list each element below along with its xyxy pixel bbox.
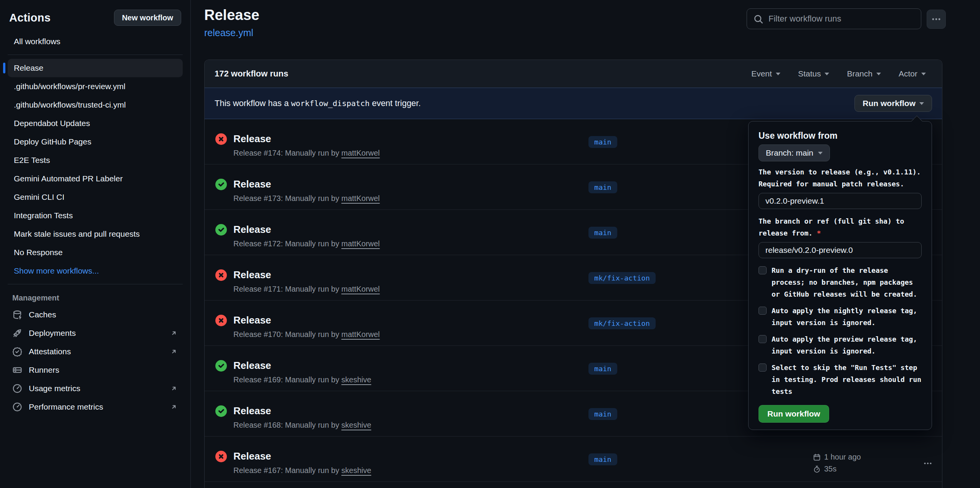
sidebar-item-performance-metrics[interactable]: Performance metrics [8, 398, 183, 416]
sidebar-item-mark-stale[interactable]: Mark stale issues and pull requests [8, 225, 183, 243]
run-title-link[interactable]: Release [233, 450, 271, 462]
nightly-tag-option: Auto apply the nightly release tag, inpu… [759, 305, 922, 329]
branch-badge[interactable]: main [588, 227, 617, 239]
actions-page: Actions New workflow All workflows Relea… [0, 0, 980, 488]
sidebar-item-label: Usage metrics [29, 384, 80, 393]
ref-help-text: The branch or ref (full git sha) to rele… [759, 215, 922, 239]
run-options-kebab-button[interactable] [921, 456, 935, 470]
banner-text: This workflow has a [215, 98, 289, 108]
filter-status[interactable]: Status [798, 69, 830, 78]
sidebar-header: Actions New workflow [9, 9, 181, 26]
sidebar-item-caches[interactable]: Caches [8, 305, 183, 324]
sidebar-item-release[interactable]: Release [8, 59, 183, 77]
chevron-down-icon [776, 73, 780, 75]
actor-link[interactable]: mattKorwel [341, 285, 380, 293]
runs-count: 172 workflow runs [215, 69, 288, 79]
run-duration: 35s [824, 465, 836, 473]
dry-run-checkbox[interactable] [759, 266, 767, 274]
actor-link[interactable]: skeshive [341, 375, 371, 384]
checkbox-label: Auto apply the preview release tag, inpu… [772, 333, 922, 357]
sidebar-item-trusted-ci[interactable]: .github/workflows/trusted-ci.yml [8, 96, 183, 114]
actor-link[interactable]: mattKorwel [341, 194, 380, 203]
sidebar-item-integration-tests[interactable]: Integration Tests [8, 206, 183, 225]
panel-title: Use workflow from [759, 131, 922, 141]
sidebar-item-deployments[interactable]: Deployments [8, 324, 183, 342]
run-time: 1 hour ago [824, 453, 861, 461]
failed-status-icon [215, 451, 227, 462]
workflow-options-kebab-button[interactable] [927, 10, 946, 29]
sidebar-item-dependabot-updates[interactable]: Dependabot Updates [8, 114, 183, 133]
branch-badge[interactable]: main [588, 181, 617, 193]
actor-link[interactable]: skeshive [341, 466, 371, 475]
workflow-file-link[interactable]: release.yml [204, 27, 253, 38]
chevron-down-icon [919, 102, 924, 105]
show-more-workflows-link[interactable]: Show more workflows... [8, 262, 183, 280]
chevron-down-icon [876, 73, 881, 75]
branch-badge[interactable]: mk/fix-action [588, 317, 656, 329]
filter-event[interactable]: Event [751, 69, 780, 78]
sidebar-item-gemini-cli-ci[interactable]: Gemini CLI CI [8, 188, 183, 206]
workflow-dispatch-banner: This workflow has a workflow_dispatch ev… [205, 88, 942, 119]
sidebar-item-no-response[interactable]: No Response [8, 243, 183, 262]
sidebar-item-usage-metrics[interactable]: Usage metrics [8, 379, 183, 398]
filter-branch[interactable]: Branch [847, 69, 881, 78]
run-title-link[interactable]: Release [233, 314, 271, 326]
sidebar-item-gemini-pr-labeler[interactable]: Gemini Automated PR Labeler [8, 169, 183, 188]
sidebar-item-all-workflows[interactable]: All workflows [9, 32, 181, 51]
filter-actor[interactable]: Actor [899, 69, 926, 78]
run-title-link[interactable]: Release [233, 224, 271, 236]
chevron-down-icon [921, 73, 926, 75]
sidebar-item-label: Caches [29, 310, 56, 319]
sidebar-item-label: Performance metrics [29, 402, 103, 412]
management-section-title: Management [9, 294, 181, 302]
sidebar-item-label: Attestations [29, 347, 71, 356]
meter-icon [12, 383, 22, 393]
branch-badge[interactable]: main [588, 408, 617, 420]
server-icon [12, 365, 22, 375]
meter-icon [12, 402, 22, 412]
sidebar-item-deploy-github-pages[interactable]: Deploy GitHub Pages [8, 133, 183, 151]
branch-badge[interactable]: main [588, 453, 617, 465]
run-title-link[interactable]: Release [233, 133, 271, 145]
new-workflow-button[interactable]: New workflow [114, 10, 181, 26]
sidebar-item-e2e-tests[interactable]: E2E Tests [8, 151, 183, 169]
run-workflow-submit-button[interactable]: Run workflow [759, 405, 829, 423]
success-status-icon [215, 179, 227, 190]
workflow-list: Release .github/workflows/pr-review.yml … [8, 59, 183, 280]
run-title-link[interactable]: Release [233, 178, 271, 190]
sidebar-item-pr-review[interactable]: .github/workflows/pr-review.yml [8, 77, 183, 96]
actor-link[interactable]: mattKorwel [341, 239, 380, 248]
skip-tests-checkbox[interactable] [759, 364, 767, 372]
sidebar-item-label: Runners [29, 365, 59, 375]
run-meta: 1 hour ago 35s [813, 451, 861, 475]
runs-list-header: 172 workflow runs Event Status Branch Ac… [205, 60, 942, 88]
nightly-tag-checkbox[interactable] [759, 307, 767, 315]
actor-link[interactable]: mattKorwel [341, 330, 380, 339]
search-input[interactable] [747, 9, 921, 29]
version-input[interactable] [759, 193, 922, 209]
actor-link[interactable]: mattKorwel [341, 149, 380, 157]
success-status-icon [215, 405, 227, 417]
branch-badge[interactable]: mk/fix-action [588, 272, 656, 284]
run-title-link[interactable]: Release [233, 405, 271, 417]
cache-icon [12, 310, 22, 320]
branch-select-button[interactable]: Branch: main [759, 144, 830, 161]
run-title-link[interactable]: Release [233, 360, 271, 372]
preview-tag-checkbox[interactable] [759, 335, 767, 343]
page-header: Release release.yml [191, 0, 980, 38]
kebab-icon [931, 14, 941, 24]
skip-tests-option: Select to skip the "Run Tests" step in t… [759, 362, 922, 397]
branch-badge[interactable]: main [588, 363, 617, 375]
external-link-icon [170, 384, 178, 393]
ref-input[interactable] [759, 242, 922, 258]
run-title-link[interactable]: Release [233, 269, 271, 281]
actions-sidebar: Actions New workflow All workflows Relea… [0, 0, 191, 488]
sidebar-item-runners[interactable]: Runners [8, 361, 183, 379]
branch-badge[interactable]: main [588, 136, 617, 148]
run-workflow-dropdown-button[interactable]: Run workflow [854, 95, 932, 112]
management-list: Caches Deployments [8, 305, 183, 416]
sidebar-item-attestations[interactable]: Attestations [8, 342, 183, 361]
success-status-icon [215, 360, 227, 372]
actor-link[interactable]: skeshive [341, 421, 371, 429]
checkbox-label: Run a dry-run of the release process; no… [772, 264, 922, 300]
